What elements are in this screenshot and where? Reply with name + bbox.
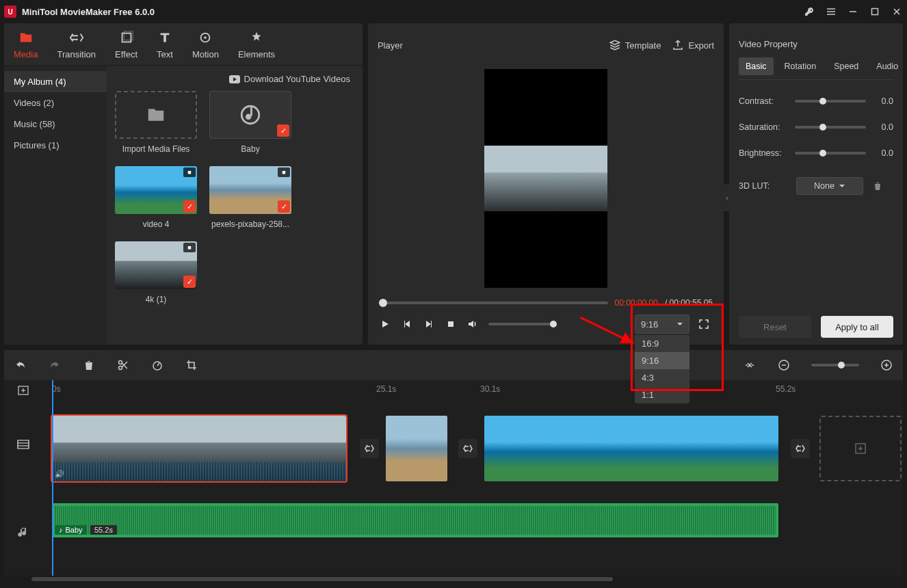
brightness-row: Brightness: 0.0 xyxy=(739,148,893,158)
next-icon[interactable] xyxy=(423,318,435,330)
audio-track-icon xyxy=(4,488,42,576)
video-badge-icon: ■ xyxy=(183,243,196,252)
aspect-option-9-16[interactable]: 9:16 xyxy=(635,352,689,369)
check-icon: ✓ xyxy=(183,200,196,213)
stop-icon[interactable] xyxy=(445,318,457,330)
timeline-audio-clip[interactable]: ♪Baby 55.2s xyxy=(52,503,778,537)
export-button[interactable]: Export xyxy=(672,39,714,51)
video-badge-icon: ■ xyxy=(183,168,196,177)
media-panel: Media Transition Effect Text Motion Elem… xyxy=(4,23,363,345)
tab-text[interactable]: Text xyxy=(147,23,183,65)
ruler-mark: 55.2s xyxy=(776,384,796,394)
transition-slot-1[interactable] xyxy=(360,439,379,458)
album-nav: My Album (4) Videos (2) Music (58) Pictu… xyxy=(4,66,107,345)
property-tab-audio[interactable]: Audio xyxy=(869,57,905,75)
minimize-icon[interactable] xyxy=(847,5,859,18)
media-item-pexels[interactable]: ■✓ pexels-pixabay-258... xyxy=(209,166,291,229)
media-import[interactable]: Import Media Files xyxy=(115,91,197,154)
timeline-drop-slot[interactable] xyxy=(819,416,902,481)
menu-icon[interactable] xyxy=(825,5,837,18)
video-track-icon xyxy=(4,401,42,488)
add-track-icon[interactable] xyxy=(4,380,42,401)
nav-music[interactable]: Music (58) xyxy=(4,113,107,135)
transition-slot-2[interactable] xyxy=(458,439,477,458)
download-youtube-icon[interactable] xyxy=(229,75,240,83)
tab-effect[interactable]: Effect xyxy=(105,23,147,65)
tab-text-label: Text xyxy=(157,49,173,59)
timeline-tracks[interactable]: 0s 25.1s 30.1s 55.2s 🔊 xyxy=(42,380,903,576)
brightness-slider[interactable] xyxy=(795,152,866,155)
crop-icon[interactable] xyxy=(185,358,198,372)
nav-pictures[interactable]: Pictures (1) xyxy=(4,135,107,156)
apply-all-button[interactable]: Apply to all xyxy=(821,316,893,338)
player-title: Player xyxy=(378,40,403,51)
tab-effect-label: Effect xyxy=(115,49,137,59)
tab-transition-label: Transition xyxy=(57,49,96,59)
audio-duration-label: 55.2s xyxy=(90,525,117,535)
zoom-slider[interactable] xyxy=(811,364,859,366)
tab-elements-label: Elements xyxy=(238,49,275,59)
svg-rect-0 xyxy=(872,9,878,15)
reset-button[interactable]: Reset xyxy=(739,316,811,338)
template-button[interactable]: Template xyxy=(609,39,661,51)
lut-select[interactable]: None xyxy=(796,177,863,195)
fullscreen-icon[interactable] xyxy=(695,315,713,333)
speed-icon[interactable] xyxy=(150,358,164,372)
panel-collapse-icon[interactable]: › xyxy=(722,184,732,211)
saturation-slider[interactable] xyxy=(795,126,866,129)
tab-motion-label: Motion xyxy=(192,49,219,59)
upgrade-key-icon[interactable] xyxy=(803,5,815,18)
clip-audio-icon: 🔊 xyxy=(55,470,64,479)
play-icon[interactable] xyxy=(379,318,391,330)
property-tab-speed[interactable]: Speed xyxy=(827,57,865,75)
zoom-in-icon[interactable] xyxy=(880,358,893,372)
undo-icon[interactable] xyxy=(14,358,27,372)
volume-icon[interactable] xyxy=(466,318,479,330)
player-viewport[interactable] xyxy=(378,62,714,295)
redo-icon[interactable] xyxy=(48,358,62,372)
maximize-icon[interactable] xyxy=(869,5,881,18)
property-tab-rotation[interactable]: Rotation xyxy=(778,57,824,75)
playhead[interactable] xyxy=(52,380,53,576)
close-icon[interactable] xyxy=(891,5,903,18)
property-tab-basic[interactable]: Basic xyxy=(739,57,774,75)
timeline-scrollbar[interactable] xyxy=(4,576,903,583)
tab-elements[interactable]: Elements xyxy=(228,23,285,65)
svg-rect-8 xyxy=(448,321,454,327)
aspect-option-1-1[interactable]: 1:1 xyxy=(635,386,689,403)
aspect-ratio-dropdown: 16:9 9:16 4:3 1:1 xyxy=(635,335,689,403)
media-item-video4[interactable]: ■✓ video 4 xyxy=(115,166,197,229)
player-scrubber[interactable] xyxy=(379,302,608,304)
fit-icon[interactable] xyxy=(743,358,757,372)
title-bar: U MiniTool MovieMaker Free 6.0.0 xyxy=(0,0,907,23)
contrast-slider[interactable] xyxy=(795,100,866,103)
tab-transition[interactable]: Transition xyxy=(47,23,105,65)
property-title: Video Property xyxy=(739,30,893,57)
aspect-option-16-9[interactable]: 16:9 xyxy=(635,335,689,352)
volume-slider[interactable] xyxy=(488,323,557,325)
prev-icon[interactable] xyxy=(401,318,413,330)
tab-motion[interactable]: Motion xyxy=(183,23,228,65)
timeline-clip-1[interactable]: 🔊 xyxy=(52,416,346,481)
zoom-out-icon[interactable] xyxy=(777,358,791,372)
media-item-baby[interactable]: ✓ Baby xyxy=(209,91,291,154)
aspect-ratio-select[interactable]: 9:16 xyxy=(635,315,689,334)
timecode-total: / 00:00:55.05 xyxy=(665,298,713,308)
timeline-panel: 0s 25.1s 30.1s 55.2s 🔊 xyxy=(4,350,903,583)
download-youtube-link[interactable]: Download YouTube Videos xyxy=(244,74,350,84)
media-item-4k[interactable]: ■✓ 4k (1) xyxy=(115,241,197,304)
timeline-clip-2[interactable] xyxy=(386,416,447,481)
tab-media[interactable]: Media xyxy=(4,23,47,65)
app-title: MiniTool MovieMaker Free 6.0.0 xyxy=(22,7,155,17)
timeline-clip-3[interactable] xyxy=(484,416,778,481)
lut-label: 3D LUT: xyxy=(739,181,788,191)
transition-slot-3[interactable] xyxy=(791,439,810,458)
lut-delete-icon[interactable] xyxy=(871,180,884,192)
aspect-option-4-3[interactable]: 4:3 xyxy=(635,369,689,386)
contrast-row: Contrast: 0.0 xyxy=(739,96,893,106)
delete-icon[interactable] xyxy=(82,358,96,372)
nav-videos[interactable]: Videos (2) xyxy=(4,92,107,113)
nav-my-album[interactable]: My Album (4) xyxy=(4,71,107,92)
split-icon[interactable] xyxy=(116,358,130,372)
main-toolbar: Media Transition Effect Text Motion Elem… xyxy=(4,23,363,66)
